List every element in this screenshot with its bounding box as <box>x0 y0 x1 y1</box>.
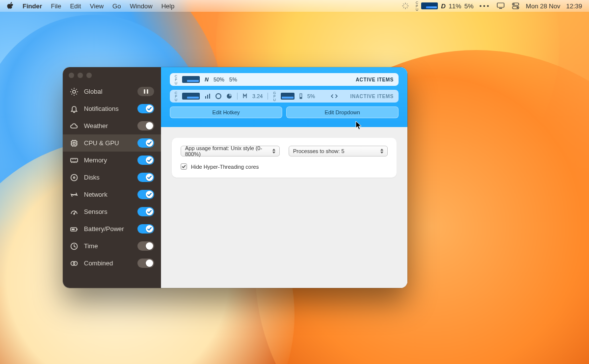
sidebar-item-label: Memory <box>84 156 132 164</box>
toolbar-panel: CPU N 50% 5% ACTIVE ITEMS CPU 3. <box>161 67 407 127</box>
svg-rect-23 <box>72 229 75 230</box>
sidebar-item-combined[interactable]: Combined <box>63 255 161 272</box>
sidebar-item-label: Combined <box>84 260 132 267</box>
sidebar-item-disks[interactable]: Disks <box>63 169 161 186</box>
menubar-cpu-widget[interactable]: CPU D 11% 5% <box>416 1 474 11</box>
window-controls <box>63 67 161 81</box>
expand-icon <box>331 94 338 99</box>
settings-card: App usage format: Unix style (0-800%) Pr… <box>172 138 397 178</box>
load-avg-icon <box>242 93 247 99</box>
spinner-icon[interactable] <box>401 2 410 10</box>
svg-rect-15 <box>72 141 77 146</box>
control-center-icon[interactable] <box>511 2 520 10</box>
svg-point-13 <box>516 7 518 8</box>
svg-point-18 <box>71 174 78 181</box>
sidebar-item-label: CPU & GPU <box>84 139 132 147</box>
toggle-memory[interactable] <box>137 156 154 165</box>
bell-icon <box>70 104 79 113</box>
app-usage-format-select[interactable]: App usage format: Unix style (0-800%) <box>181 146 280 156</box>
svg-rect-22 <box>77 229 78 230</box>
sidebar-item-sensors[interactable]: Sensors <box>63 203 161 220</box>
toggle-cpu[interactable] <box>137 138 154 148</box>
toggle-disks[interactable] <box>137 173 154 182</box>
menubar-cpu-letter: D <box>441 2 445 10</box>
sidebar-item-cpu[interactable]: CPU & GPU <box>63 134 161 152</box>
sidebar: GlobalNotificationsWeatherCPU & GPUMemor… <box>63 67 161 288</box>
active-items-row[interactable]: CPU N 50% 5% ACTIVE ITEMS <box>170 73 399 86</box>
combined-icon <box>70 259 79 268</box>
cpu-history-icon <box>182 93 200 100</box>
sidebar-item-notifications[interactable]: Notifications <box>63 100 161 117</box>
toggle-notifications[interactable] <box>137 104 154 113</box>
disk-icon <box>70 173 79 182</box>
gpu-vert-label: GPU <box>273 91 275 102</box>
menu-file[interactable]: File <box>51 2 61 10</box>
sidebar-item-memory[interactable]: Memory <box>63 152 161 169</box>
sidebar-item-label: Network <box>84 191 132 198</box>
svg-line-7 <box>407 4 407 4</box>
svg-rect-16 <box>73 142 75 144</box>
active-value-1: 50% <box>214 77 224 82</box>
hide-ht-checkbox[interactable] <box>181 163 187 170</box>
cloud-icon <box>70 122 79 130</box>
cpu-vert-label: CPU <box>175 91 177 102</box>
chevron-updown-icon <box>270 147 277 155</box>
clock-icon <box>70 242 79 251</box>
toggle-network[interactable] <box>137 190 154 199</box>
active-items-label: ACTIVE ITEMS <box>356 77 394 82</box>
svg-point-30 <box>216 94 221 99</box>
close-button[interactable] <box>69 73 74 78</box>
inactive-items-row[interactable]: CPU 3.24 GPU 5% INACTIVE ITEMS <box>170 90 399 103</box>
sidebar-item-network[interactable]: Network <box>63 186 161 203</box>
sidebar-item-global[interactable]: Global <box>63 83 161 100</box>
pause-button[interactable] <box>137 87 154 96</box>
menubar: Finder File Edit View Go Window Help CPU… <box>0 0 589 12</box>
svg-line-4 <box>403 4 404 4</box>
svg-line-5 <box>407 7 407 8</box>
inactive-gpu-pct: 5% <box>307 93 315 99</box>
bars-icon <box>205 93 211 99</box>
sidebar-item-label: Global <box>84 88 132 95</box>
main-panel: CPU N 50% 5% ACTIVE ITEMS CPU 3. <box>161 67 407 288</box>
apple-menu-icon[interactable] <box>7 2 14 10</box>
svg-point-20 <box>74 213 75 214</box>
edit-hotkey-button[interactable]: Edit Hotkey <box>170 106 282 118</box>
minimize-button[interactable] <box>78 73 83 78</box>
svg-point-19 <box>73 177 75 178</box>
edit-dropdown-button[interactable]: Edit Dropdown <box>286 106 399 118</box>
gauge-icon <box>70 208 79 216</box>
sidebar-item-label: Disks <box>84 174 132 181</box>
sidebar-item-battery[interactable]: Battery/Power <box>63 220 161 237</box>
toggle-combined[interactable] <box>137 259 154 268</box>
menubar-cpu-percent2: 5% <box>464 2 474 10</box>
active-letter: N <box>205 77 209 82</box>
cpu-history-icon <box>182 76 200 83</box>
menu-window[interactable]: Window <box>130 2 152 10</box>
menu-view[interactable]: View <box>90 2 104 10</box>
menu-edit[interactable]: Edit <box>70 2 81 10</box>
processes-to-show-select[interactable]: Processes to show: 5 <box>289 146 388 156</box>
menu-help[interactable]: Help <box>161 2 175 10</box>
sidebar-item-weather[interactable]: Weather <box>63 117 161 134</box>
toggle-battery[interactable] <box>137 224 154 234</box>
menu-go[interactable]: Go <box>112 2 121 10</box>
svg-point-11 <box>513 3 514 5</box>
sidebar-item-time[interactable]: Time <box>63 237 161 255</box>
menubar-date[interactable]: Mon 28 Nov <box>526 2 560 10</box>
app-name[interactable]: Finder <box>23 2 42 10</box>
gear-icon <box>70 87 79 96</box>
network-icon <box>70 190 79 199</box>
menubar-cpu-percent1: 11% <box>449 2 461 10</box>
toggle-sensors[interactable] <box>137 207 154 216</box>
menubar-display-icon[interactable] <box>496 2 505 10</box>
menubar-overflow-icon[interactable]: ••• <box>480 2 491 10</box>
svg-point-26 <box>74 261 78 265</box>
toggle-time[interactable] <box>137 241 154 251</box>
zoom-button[interactable] <box>86 73 92 78</box>
svg-rect-27 <box>205 96 206 99</box>
toggle-weather[interactable] <box>137 121 154 130</box>
cpu-vert-label: CPU <box>175 75 177 85</box>
chip-icon <box>70 139 79 148</box>
active-value-2: 5% <box>229 77 237 82</box>
menubar-time[interactable]: 12:39 <box>566 2 582 10</box>
